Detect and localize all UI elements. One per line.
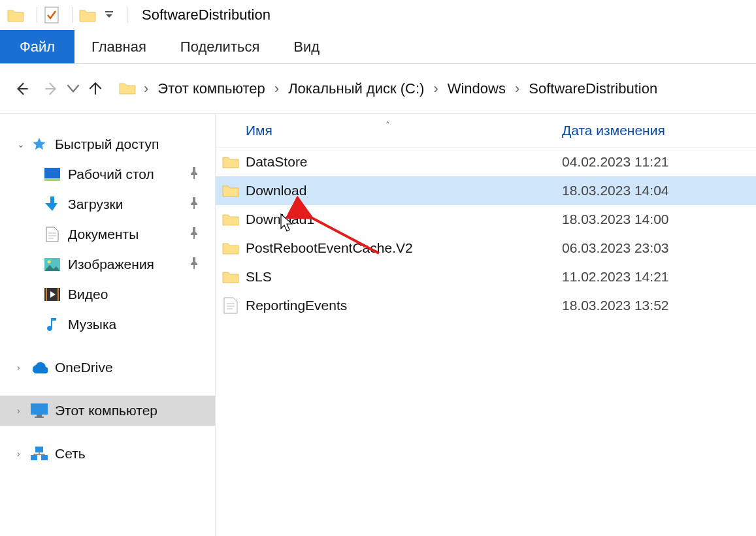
chevron-right-icon[interactable]: ›	[17, 405, 30, 416]
titlebar: SoftwareDistribution	[0, 0, 756, 30]
sidebar-label: OneDrive	[55, 360, 113, 375]
sort-asc-icon: ˄	[386, 120, 390, 130]
back-button[interactable]	[9, 76, 35, 102]
crumb-drive-c[interactable]: Локальный диск (C:)	[284, 79, 428, 99]
list-item[interactable]: ReportingEvents 18.03.2023 13:52	[216, 291, 756, 320]
folder-icon	[216, 212, 246, 227]
star-icon	[30, 136, 48, 153]
sidebar-label: Документы	[68, 227, 139, 242]
tab-view[interactable]: Вид	[276, 30, 337, 63]
pin-icon[interactable]	[189, 227, 199, 242]
file-name: Download	[246, 183, 555, 198]
cloud-icon	[30, 359, 48, 376]
sidebar-label: Быстрый доступ	[55, 136, 159, 152]
svg-rect-12	[35, 447, 43, 452]
chevron-right-icon[interactable]: ›	[269, 80, 284, 97]
file-list: Имя ˄ Дата изменения DataStore 04.02.202…	[216, 114, 756, 536]
music-icon	[43, 316, 61, 333]
history-dropdown[interactable]	[67, 76, 80, 102]
network-icon	[30, 445, 48, 462]
sidebar-quick-access[interactable]: ⌄ Быстрый доступ	[0, 129, 215, 159]
folder-icon	[7, 6, 25, 24]
tab-share[interactable]: Поделиться	[163, 30, 276, 63]
file-modified: 18.03.2023 13:52	[555, 298, 756, 313]
folder-icon	[216, 155, 246, 169]
pin-icon[interactable]	[189, 166, 199, 182]
sidebar: ⌄ Быстрый доступ Рабочий стол Загрузки Д…	[0, 114, 216, 536]
navbar: › Этот компьютер › Локальный диск (C:) ›…	[0, 64, 756, 114]
svg-rect-9	[31, 403, 48, 415]
svg-rect-13	[31, 455, 37, 460]
file-name: SLS	[246, 269, 555, 285]
chevron-right-icon[interactable]: ›	[139, 80, 154, 97]
svg-rect-3	[44, 178, 60, 181]
sidebar-downloads[interactable]: Загрузки	[0, 189, 215, 219]
svg-rect-14	[41, 455, 48, 460]
explorer-icon[interactable]	[78, 6, 97, 24]
sidebar-label: Музыка	[68, 317, 116, 332]
sidebar-label: Загрузки	[68, 197, 123, 212]
list-item[interactable]: PostRebootEventCache.V2 06.03.2023 23:03	[216, 234, 756, 262]
column-name[interactable]: Имя ˄	[216, 123, 555, 138]
column-modified[interactable]: Дата изменения	[555, 123, 756, 138]
sidebar-label: Рабочий стол	[68, 166, 154, 182]
file-modified: 18.03.2023 14:00	[555, 212, 756, 227]
download-icon	[43, 196, 61, 213]
sidebar-this-pc[interactable]: › Этот компьютер	[0, 396, 215, 426]
properties-icon[interactable]	[42, 6, 61, 24]
list-item[interactable]: Download1 18.03.2023 14:00	[216, 205, 756, 234]
pin-icon[interactable]	[189, 197, 199, 212]
up-button[interactable]	[82, 76, 108, 102]
sidebar-onedrive[interactable]: › OneDrive	[0, 353, 215, 383]
file-modified: 18.03.2023 14:04	[555, 183, 756, 198]
crumb-windows[interactable]: Windows	[444, 79, 510, 99]
desktop-icon	[43, 166, 61, 183]
pin-icon[interactable]	[189, 257, 199, 272]
ribbon: Файл Главная Поделиться Вид	[0, 30, 756, 64]
chevron-down-icon[interactable]: ⌄	[17, 139, 30, 150]
chevron-right-icon[interactable]: ›	[17, 449, 30, 459]
svg-point-5	[48, 260, 51, 264]
sidebar-documents[interactable]: Документы	[0, 219, 215, 249]
svg-rect-2	[44, 168, 60, 178]
file-modified: 06.03.2023 23:03	[555, 240, 756, 256]
file-modified: 04.02.2023 11:21	[555, 154, 756, 170]
chevron-right-icon[interactable]: ›	[428, 80, 443, 97]
folder-icon	[119, 81, 136, 97]
folder-icon	[216, 183, 246, 198]
list-item[interactable]: SLS 11.02.2023 14:21	[216, 262, 756, 291]
sidebar-label: Этот компьютер	[55, 403, 157, 418]
sidebar-label: Видео	[68, 287, 108, 302]
picture-icon	[43, 256, 61, 273]
column-headers: Имя ˄ Дата изменения	[216, 114, 756, 148]
breadcrumb[interactable]: › Этот компьютер › Локальный диск (C:) ›…	[119, 79, 661, 99]
chevron-right-icon[interactable]: ›	[510, 80, 525, 97]
sidebar-music[interactable]: Музыка	[0, 309, 215, 339]
list-item[interactable]: Download 18.03.2023 14:04	[216, 176, 756, 205]
crumb-this-pc[interactable]: Этот компьютер	[154, 79, 269, 99]
file-name: PostRebootEventCache.V2	[246, 240, 555, 256]
video-icon	[43, 286, 61, 303]
svg-rect-0	[45, 7, 58, 23]
file-name: Download1	[246, 212, 555, 227]
sidebar-label: Изображения	[68, 257, 154, 272]
file-modified: 11.02.2023 14:21	[555, 269, 756, 285]
chevron-right-icon[interactable]: ›	[17, 362, 30, 373]
forward-button[interactable]	[38, 76, 64, 102]
monitor-icon	[30, 402, 48, 419]
qat-dropdown-icon[interactable]	[103, 6, 115, 24]
svg-rect-7	[46, 288, 47, 301]
tab-file[interactable]: Файл	[0, 30, 74, 63]
crumb-softwaredistribution[interactable]: SoftwareDistribution	[525, 79, 661, 99]
sidebar-network[interactable]: › Сеть	[0, 439, 215, 469]
svg-rect-8	[58, 288, 59, 301]
file-name: DataStore	[246, 154, 555, 170]
tab-home[interactable]: Главная	[74, 30, 163, 63]
sidebar-pictures[interactable]: Изображения	[0, 249, 215, 279]
folder-icon	[216, 270, 246, 284]
list-item[interactable]: DataStore 04.02.2023 11:21	[216, 148, 756, 176]
sidebar-videos[interactable]: Видео	[0, 279, 215, 309]
file-name: ReportingEvents	[246, 298, 555, 313]
sidebar-label: Сеть	[55, 446, 86, 462]
sidebar-desktop[interactable]: Рабочий стол	[0, 159, 215, 189]
